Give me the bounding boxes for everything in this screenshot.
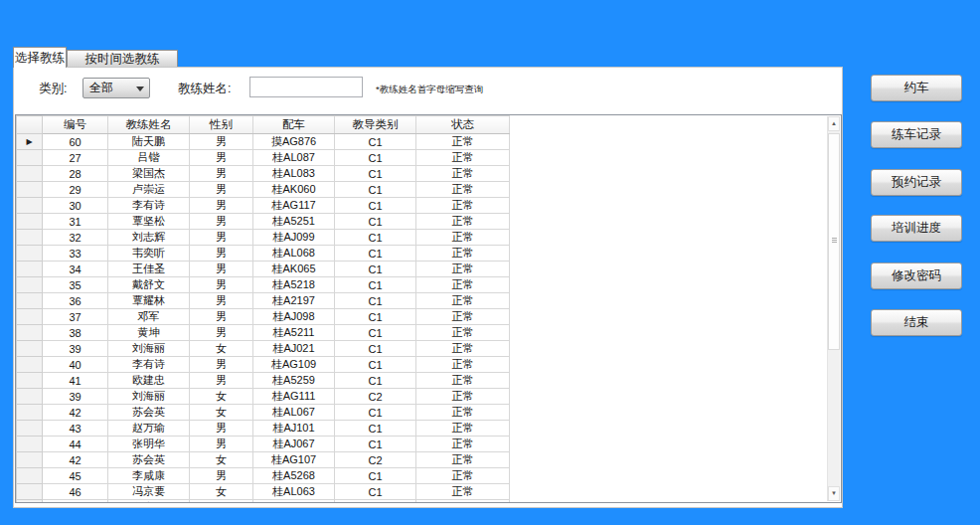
table-row[interactable]: 39刘海丽女桂AJ021C1正常: [17, 341, 510, 357]
row-selector-cell[interactable]: [17, 484, 43, 500]
table-cell[interactable]: 桂AL083: [253, 166, 335, 182]
column-header-id[interactable]: 编号: [43, 116, 108, 134]
row-selector-cell[interactable]: [17, 198, 43, 214]
table-cell[interactable]: 男: [190, 230, 253, 246]
table-cell[interactable]: 刘海丽: [108, 389, 190, 405]
table-row[interactable]: 35戴舒文男桂A5218C1正常: [17, 277, 510, 293]
table-row[interactable]: 33韦奕听男桂AL068C1正常: [17, 246, 510, 262]
table-cell[interactable]: 桂AK065: [253, 262, 335, 277]
row-selector-cell[interactable]: [17, 293, 43, 309]
table-cell[interactable]: 正常: [416, 341, 510, 357]
table-cell[interactable]: 桂A5211: [253, 325, 335, 341]
table-cell[interactable]: 42: [43, 405, 108, 421]
table-cell[interactable]: 桂A2197: [253, 293, 335, 309]
table-cell[interactable]: C1: [335, 421, 416, 437]
table-cell[interactable]: C1: [335, 325, 416, 341]
table-cell[interactable]: 男: [190, 357, 253, 373]
table-row[interactable]: 27吕锴男桂AL087C1正常: [17, 150, 510, 166]
row-selector-cell[interactable]: [17, 246, 43, 262]
table-cell[interactable]: 正常: [416, 198, 510, 214]
table-cell[interactable]: C1: [335, 373, 416, 389]
row-selector-cell[interactable]: [17, 389, 43, 405]
table-cell[interactable]: C1: [335, 182, 416, 198]
row-selector-cell[interactable]: [17, 373, 43, 389]
table-cell[interactable]: 冯京要: [108, 484, 190, 500]
table-cell[interactable]: 女: [190, 341, 253, 357]
table-cell[interactable]: C1: [335, 166, 416, 182]
end-button[interactable]: 结束: [871, 309, 962, 336]
table-cell[interactable]: 45: [43, 468, 108, 484]
table-cell[interactable]: 46: [43, 484, 108, 500]
table-cell[interactable]: 桂AG111: [253, 389, 335, 405]
table-cell[interactable]: 正常: [416, 246, 510, 262]
table-cell[interactable]: C1: [335, 262, 416, 277]
table-cell[interactable]: C1: [335, 437, 416, 452]
table-cell[interactable]: 邓军: [108, 309, 190, 325]
row-selector-cell[interactable]: [17, 150, 43, 166]
table-cell[interactable]: 戴舒文: [108, 277, 190, 293]
table-cell[interactable]: 女: [190, 405, 253, 421]
table-cell[interactable]: C1: [335, 309, 416, 325]
table-cell[interactable]: 桂AJ067: [253, 437, 335, 452]
table-cell[interactable]: C1: [335, 293, 416, 309]
practice-record-button[interactable]: 练车记录: [871, 121, 962, 148]
row-selector-cell[interactable]: [17, 325, 43, 341]
table-cell[interactable]: 32: [43, 230, 108, 246]
table-cell[interactable]: 王佳圣: [108, 262, 190, 277]
table-cell[interactable]: 44: [43, 437, 108, 452]
table-cell[interactable]: 正常: [416, 452, 510, 468]
table-cell[interactable]: 正常: [416, 262, 510, 277]
table-cell[interactable]: 正常: [416, 500, 510, 504]
table-row[interactable]: 37邓军男桂AJ098C1正常: [17, 309, 510, 325]
table-cell[interactable]: 黄坤: [108, 325, 190, 341]
table-cell[interactable]: 28: [43, 166, 108, 182]
table-row[interactable]: 42苏会英女桂AG107C2正常: [17, 452, 510, 468]
table-cell[interactable]: 正常: [416, 421, 510, 437]
table-cell[interactable]: C1: [335, 230, 416, 246]
table-row[interactable]: 29卢崇运男桂AK060C1正常: [17, 182, 510, 198]
table-cell[interactable]: 41: [43, 373, 108, 389]
table-cell[interactable]: 35: [43, 277, 108, 293]
table-cell[interactable]: 男: [190, 421, 253, 437]
row-selector-cell[interactable]: [17, 214, 43, 230]
column-header-gender[interactable]: 性别: [190, 116, 253, 134]
table-row[interactable]: 42苏会英女桂AL067C1正常: [17, 405, 510, 421]
table-cell[interactable]: 覃坚松: [108, 214, 190, 230]
table-row[interactable]: 36覃耀林男桂A2197C1正常: [17, 293, 510, 309]
row-selector-cell[interactable]: [17, 166, 43, 182]
table-cell[interactable]: 正常: [416, 309, 510, 325]
row-selector-cell[interactable]: [17, 341, 43, 357]
table-cell[interactable]: 39: [43, 389, 108, 405]
row-selector-cell[interactable]: [17, 437, 43, 452]
table-cell[interactable]: C1: [335, 357, 416, 373]
table-row[interactable]: 43赵万瑜男桂AJ101C1正常: [17, 421, 510, 437]
table-row[interactable]: 39刘海丽女桂AG111C2正常: [17, 389, 510, 405]
tab-select-coach[interactable]: 选择教练: [13, 47, 67, 68]
table-cell[interactable]: 正常: [416, 214, 510, 230]
table-cell[interactable]: 34: [43, 262, 108, 277]
table-row[interactable]: 44张明华男桂AJ067C1正常: [17, 437, 510, 452]
table-cell[interactable]: C1: [335, 500, 416, 504]
book-car-button[interactable]: 约车: [871, 75, 962, 101]
table-cell[interactable]: 方贵汁: [108, 500, 190, 504]
table-cell[interactable]: 摸AG876: [253, 134, 335, 150]
table-cell[interactable]: 女: [190, 484, 253, 500]
table-cell[interactable]: 正常: [416, 389, 510, 405]
table-cell[interactable]: 桂AG109: [253, 357, 335, 373]
table-cell[interactable]: 男: [190, 468, 253, 484]
table-cell[interactable]: 27: [43, 150, 108, 166]
table-cell[interactable]: 欧建忠: [108, 373, 190, 389]
table-cell[interactable]: 正常: [416, 468, 510, 484]
table-cell[interactable]: 韦奕听: [108, 246, 190, 262]
table-row[interactable]: 34王佳圣男桂AK065C1正常: [17, 262, 510, 277]
table-cell[interactable]: 37: [43, 309, 108, 325]
table-cell[interactable]: 正常: [416, 293, 510, 309]
table-cell[interactable]: C1: [335, 246, 416, 262]
change-password-button[interactable]: 修改密码: [871, 262, 962, 289]
table-cell[interactable]: 男: [190, 293, 253, 309]
row-selector-cell[interactable]: ▶: [17, 134, 43, 150]
row-selector-cell[interactable]: [17, 182, 43, 198]
table-cell[interactable]: 男: [190, 246, 253, 262]
table-cell[interactable]: C1: [335, 341, 416, 357]
table-cell[interactable]: 正常: [416, 166, 510, 182]
